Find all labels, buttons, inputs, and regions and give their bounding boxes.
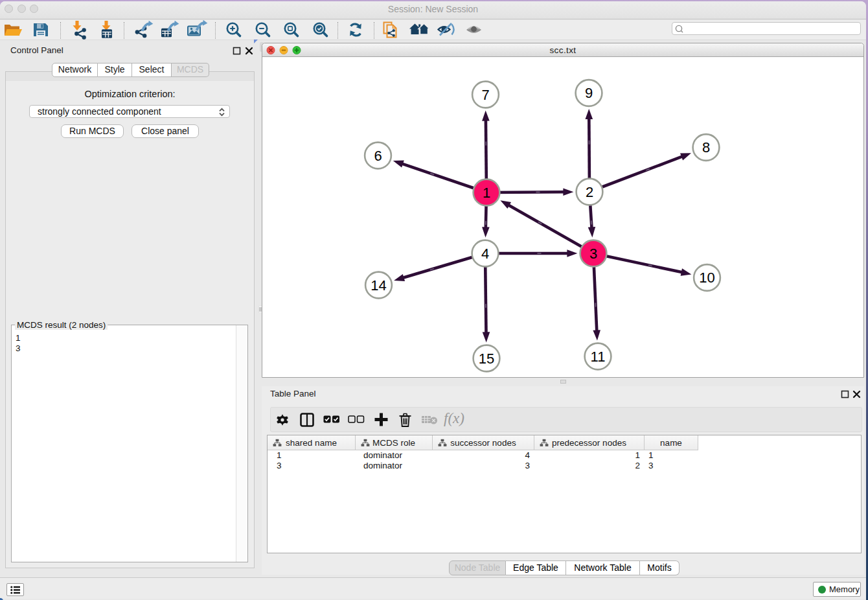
- svg-text:1: 1: [483, 185, 490, 201]
- svg-text:2: 2: [586, 184, 593, 200]
- svg-text:6: 6: [374, 148, 382, 164]
- svg-text:8: 8: [702, 139, 710, 156]
- svg-text:11: 11: [591, 349, 606, 365]
- svg-text:7: 7: [481, 87, 489, 103]
- svg-text:10: 10: [699, 270, 714, 286]
- svg-text:15: 15: [479, 351, 494, 367]
- svg-text:9: 9: [585, 85, 593, 101]
- svg-text:14: 14: [371, 277, 386, 294]
- svg-text:3: 3: [589, 246, 597, 262]
- svg-text:4: 4: [481, 246, 489, 262]
